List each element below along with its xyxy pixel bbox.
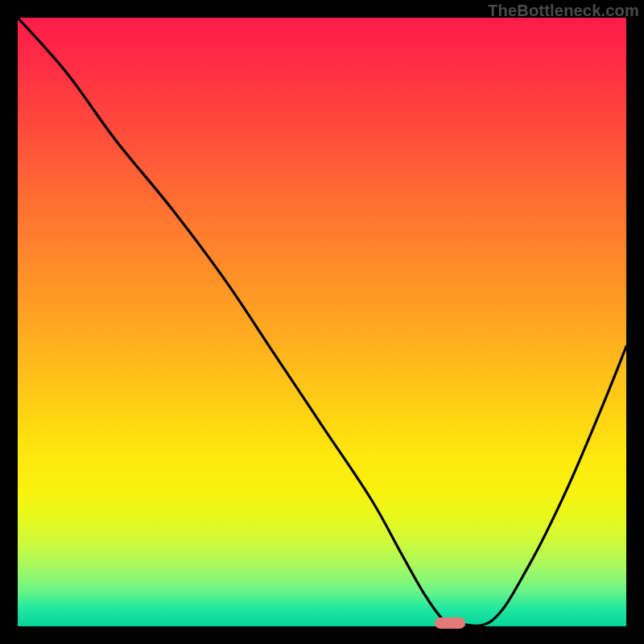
plot-area [18,18,626,626]
minimum-marker [435,617,465,629]
bottleneck-curve [18,18,626,626]
chart-frame: TheBottleneck.com [0,0,644,644]
